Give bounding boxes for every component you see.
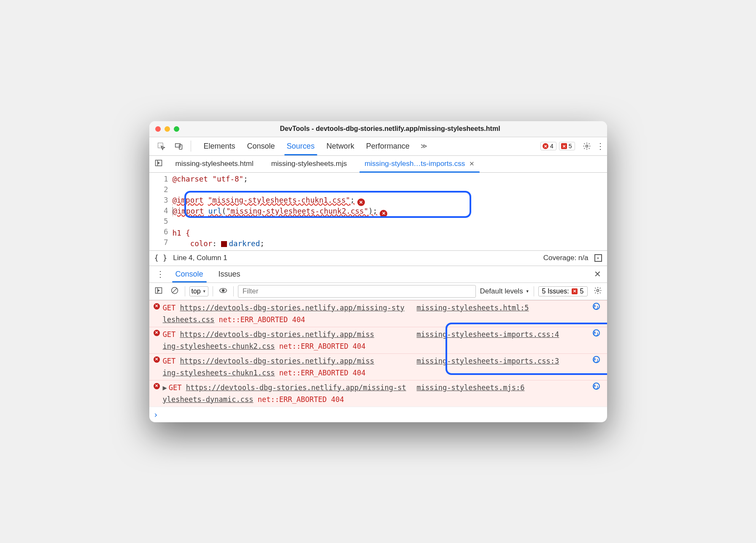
line-gutter: 12 34 56 7 [149, 173, 173, 250]
context-selector[interactable]: top▼ [189, 286, 208, 296]
cursor-position: Line 4, Column 1 [173, 254, 227, 262]
file-tabs: missing-stylesheets.html missing-stylesh… [149, 156, 607, 173]
network-error: net::ERR_ABORTED 404 [279, 369, 366, 377]
source-link[interactable]: missing-stylesheets.html:5 [417, 304, 529, 312]
close-tab-icon[interactable]: ✕ [469, 160, 475, 168]
tab-network[interactable]: Network [321, 137, 360, 155]
url-link[interactable]: https://devtools-dbg-stories.netlify.app… [180, 357, 374, 365]
network-error: net::ERR_ABORTED 404 [258, 395, 344, 404]
issue-icon: ✕ [561, 143, 567, 149]
console-message: ✕GET https://devtools-dbg-stories.netlif… [149, 300, 607, 327]
collapse-icon[interactable]: ▼ [594, 254, 602, 262]
url-link[interactable]: https://devtools-dbg-stories.netlify.app… [186, 383, 406, 392]
log-levels-selector[interactable]: Default levels▼ [480, 287, 529, 296]
source-editor[interactable]: 12 34 56 7 @charset "utf-8"; @import "mi… [149, 173, 607, 250]
tab-performance[interactable]: Performance [360, 137, 416, 155]
editor-statusbar: { } Line 4, Column 1 Coverage: n/a ▼ [149, 250, 607, 266]
svg-point-3 [586, 145, 588, 147]
tab-console[interactable]: Console [241, 137, 281, 155]
network-error: net::ERR_ABORTED 404 [219, 315, 305, 324]
titlebar: DevTools - devtools-dbg-stories.netlify.… [149, 121, 607, 137]
refresh-icon[interactable] [593, 303, 600, 310]
file-tab-2[interactable]: missing-stylesh…ts-imports.css ✕ [356, 156, 483, 172]
issues-count-badge[interactable]: ✕ 5 [559, 142, 575, 150]
console-settings-icon[interactable] [592, 286, 604, 296]
url-link[interactable]: ylesheets-dynamic.css [163, 395, 254, 404]
issue-icon: ✕ [572, 288, 578, 294]
svg-point-9 [597, 289, 599, 291]
minimize-window-button[interactable] [165, 126, 170, 132]
traffic-lights [155, 126, 179, 132]
console-prompt[interactable]: › [149, 407, 607, 422]
error-icon: ✕ [154, 383, 160, 389]
issues-count: 5 [569, 143, 572, 149]
pretty-print-icon[interactable]: { } [154, 254, 167, 262]
error-icon[interactable]: ✕ [357, 198, 365, 206]
drawer-menu-icon[interactable]: ⋮ [153, 269, 168, 279]
url-link[interactable]: ing-stylesheets-chunk2.css [163, 342, 275, 350]
url-link[interactable]: https://devtools-dbg-stories.netlify.app… [180, 304, 404, 312]
error-icon: ✕ [154, 303, 160, 310]
maximize-window-button[interactable] [174, 126, 179, 132]
error-icon: ✕ [154, 330, 160, 336]
panel-tabs: Elements Console Sources Network Perform… [198, 137, 540, 155]
console-message: ✕GET https://devtools-dbg-stories.netlif… [149, 327, 607, 353]
more-tabs-icon[interactable]: ≫ [416, 137, 430, 155]
tab-elements[interactable]: Elements [198, 137, 241, 155]
source-link[interactable]: missing-stylesheets-imports.css:4 [417, 330, 559, 339]
error-icon[interactable]: ✕ [380, 210, 387, 217]
devtools-window: DevTools - devtools-dbg-stories.netlify.… [149, 121, 607, 422]
console-filter-bar: top▼ Default levels▼ 5 Issues: ✕ 5 [149, 282, 607, 300]
code-area[interactable]: @charset "utf-8"; @import "missing-style… [173, 173, 607, 250]
device-toolbar-icon[interactable] [170, 137, 187, 155]
source-link[interactable]: missing-stylesheets.mjs:6 [417, 383, 525, 392]
error-count-badge[interactable]: ✕ 4 [540, 142, 556, 150]
svg-point-8 [222, 289, 224, 291]
show-sidebar-icon[interactable] [153, 286, 165, 296]
file-tab-0[interactable]: missing-stylesheets.html [167, 156, 262, 172]
close-window-button[interactable] [155, 126, 161, 132]
http-method: GET [169, 383, 182, 392]
expand-arrow-icon[interactable]: ▶ [163, 383, 167, 392]
file-tab-1[interactable]: missing-stylesheets.mjs [263, 156, 356, 172]
http-method: GET [163, 304, 176, 312]
http-method: GET [163, 357, 176, 365]
inspect-element-icon[interactable] [153, 137, 170, 155]
url-link[interactable]: ing-stylesheets-chukn1.css [163, 369, 275, 377]
http-method: GET [163, 330, 176, 339]
close-drawer-icon[interactable]: ✕ [591, 269, 604, 279]
show-navigator-icon[interactable] [151, 159, 166, 169]
drawer-tab-issues[interactable]: Issues [211, 266, 248, 282]
refresh-icon[interactable] [593, 356, 600, 363]
url-link[interactable]: https://devtools-dbg-stories.netlify.app… [180, 330, 374, 339]
console-output: ✕GET https://devtools-dbg-stories.netlif… [149, 300, 607, 422]
filter-input[interactable] [238, 285, 476, 298]
error-count: 4 [550, 143, 554, 149]
source-link[interactable]: missing-stylesheets-imports.css:3 [417, 357, 559, 365]
drawer-tabs: ⋮ Console Issues ✕ [149, 266, 607, 282]
more-menu-icon[interactable]: ⋮ [596, 141, 604, 151]
url-link[interactable]: lesheets.css [163, 315, 215, 324]
svg-rect-1 [175, 144, 180, 147]
error-icon: ✕ [543, 143, 548, 149]
window-title: DevTools - devtools-dbg-stories.netlify.… [179, 125, 601, 133]
coverage-label: Coverage: n/a [543, 254, 589, 262]
svg-rect-0 [158, 143, 163, 148]
issues-button[interactable]: 5 Issues: ✕ 5 [538, 286, 588, 296]
refresh-icon[interactable] [593, 383, 600, 390]
console-message: ✕GET https://devtools-dbg-stories.netlif… [149, 353, 607, 380]
clear-console-icon[interactable] [169, 286, 181, 296]
network-error: net::ERR_ABORTED 404 [279, 342, 366, 350]
live-expression-icon[interactable] [217, 286, 229, 296]
settings-icon[interactable] [578, 137, 595, 155]
main-toolbar: Elements Console Sources Network Perform… [149, 137, 607, 156]
drawer-tab-console[interactable]: Console [168, 266, 211, 282]
console-message: ✕▶GET https://devtools-dbg-stories.netli… [149, 380, 607, 407]
refresh-icon[interactable] [593, 329, 600, 337]
error-icon: ✕ [154, 356, 160, 363]
tab-sources[interactable]: Sources [281, 137, 321, 155]
